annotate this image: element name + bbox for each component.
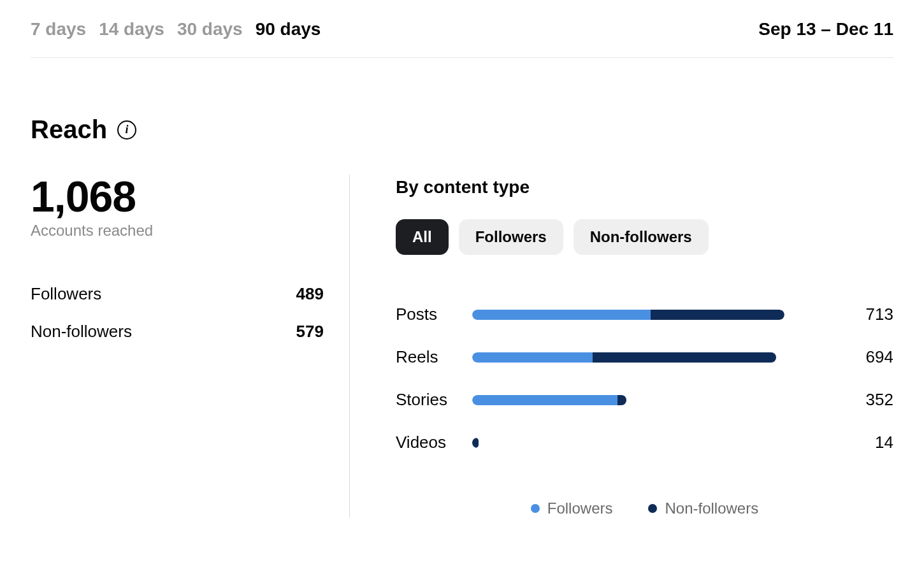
breakdown-value: 579	[296, 322, 324, 342]
bar-row: Posts713	[396, 293, 893, 336]
time-tab-30-days[interactable]: 30 days	[177, 19, 243, 40]
bar-row: Reels694	[396, 336, 893, 378]
legend-item-followers: Followers	[531, 500, 613, 517]
breakdown-row: Non-followers579	[31, 313, 324, 350]
breakdown-label: Followers	[31, 284, 101, 304]
time-tab-7-days[interactable]: 7 days	[31, 19, 86, 40]
filter-pill-all[interactable]: All	[396, 219, 449, 255]
accounts-reached-label: Accounts reached	[31, 222, 324, 240]
reach-breakdown-list: Followers489Non-followers579	[31, 275, 324, 350]
time-tab-90-days[interactable]: 90 days	[256, 19, 321, 40]
bar-track	[472, 438, 784, 448]
filter-pill-non-followers[interactable]: Non-followers	[574, 219, 709, 255]
bar-row-label: Videos	[396, 433, 459, 452]
bar-row-value: 713	[797, 305, 893, 324]
legend-dot-nonfollowers-icon	[648, 504, 657, 513]
content-type-panel: By content type AllFollowersNon-follower…	[350, 175, 893, 517]
legend-label-nonfollowers: Non-followers	[665, 500, 758, 517]
legend-item-nonfollowers: Non-followers	[648, 500, 758, 517]
accounts-reached-value: 1,068	[31, 175, 324, 218]
bar-row-value: 694	[797, 347, 893, 367]
bar-segment-followers	[472, 352, 593, 363]
breakdown-label: Non-followers	[31, 322, 132, 342]
bar-row: Stories352	[396, 378, 893, 421]
bar-segment-nonfollowers	[651, 310, 784, 320]
bar-track	[472, 395, 784, 405]
bar-row-label: Stories	[396, 390, 459, 410]
breakdown-row: Followers489	[31, 275, 324, 313]
legend-dot-followers-icon	[531, 504, 540, 513]
reach-summary: 1,068 Accounts reached Followers489Non-f…	[31, 175, 349, 517]
bar-row-value: 14	[797, 433, 893, 452]
bar-segment-followers	[472, 310, 651, 320]
time-range-tabs: 7 days14 days30 days90 days	[31, 19, 321, 40]
content-type-heading: By content type	[396, 177, 893, 198]
legend-label-followers: Followers	[547, 500, 613, 517]
bar-track	[472, 310, 784, 320]
content-type-filter-pills: AllFollowersNon-followers	[396, 219, 893, 255]
bar-segment-nonfollowers	[593, 352, 776, 363]
chart-legend: Followers Non-followers	[396, 500, 893, 517]
section-header: Reach i	[31, 115, 893, 144]
bar-row-label: Posts	[396, 305, 459, 324]
info-icon[interactable]: i	[117, 120, 136, 140]
bar-segment-nonfollowers	[617, 395, 626, 405]
breakdown-value: 489	[296, 284, 324, 304]
bar-row: Videos14	[396, 421, 893, 464]
bar-row-label: Reels	[396, 347, 459, 367]
bar-row-value: 352	[797, 390, 893, 410]
date-range: Sep 13 – Dec 11	[758, 19, 893, 40]
content-type-bar-chart: Posts713Reels694Stories352Videos14	[396, 293, 893, 464]
time-tab-14-days[interactable]: 14 days	[99, 19, 164, 40]
bar-track	[472, 352, 784, 363]
filter-pill-followers[interactable]: Followers	[459, 219, 563, 255]
section-title: Reach	[31, 115, 107, 144]
bar-segment-followers	[472, 395, 617, 405]
bar-segment-nonfollowers	[472, 438, 479, 448]
time-range-header: 7 days14 days30 days90 days Sep 13 – Dec…	[31, 19, 893, 58]
